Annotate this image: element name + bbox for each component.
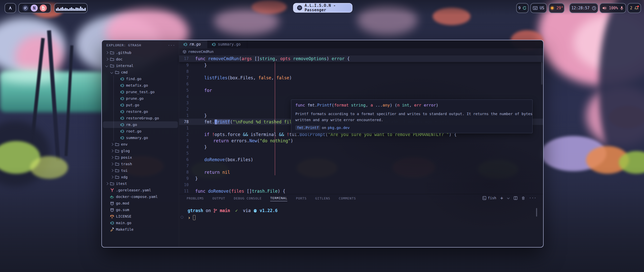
tree-item-cmd[interactable]: cmd bbox=[103, 69, 178, 76]
tree-item-label: root.go bbox=[126, 129, 141, 133]
code-line[interactable]: 8 bbox=[179, 68, 543, 75]
audio-widget[interactable]: 100% bbox=[599, 3, 626, 13]
tree-item-restore-go[interactable]: restore.go bbox=[103, 108, 178, 115]
tab-summary-go[interactable]: summary.go bbox=[208, 40, 247, 48]
tree-item-internal[interactable]: internal bbox=[103, 62, 178, 69]
updates-widget[interactable]: 9 bbox=[516, 3, 529, 13]
tree-item-doc[interactable]: doc bbox=[103, 56, 178, 62]
split-terminal-button[interactable] bbox=[514, 196, 517, 200]
panel-tab-terminal[interactable]: TERMINAL bbox=[270, 195, 287, 201]
code-token: ( bbox=[239, 56, 242, 61]
tree-item-main-go[interactable]: main.go bbox=[103, 220, 178, 226]
code-token: ( bbox=[230, 119, 232, 124]
documents-app-icon[interactable] bbox=[40, 5, 47, 12]
keyboard-layout-widget[interactable]: US bbox=[530, 3, 547, 13]
code-line[interactable]: 5for bbox=[179, 87, 543, 93]
code-token: (box.Files, bbox=[227, 75, 258, 80]
panel-tab-comments[interactable]: COMMENTS bbox=[339, 195, 356, 201]
code-line[interactable]: 9} bbox=[179, 175, 543, 182]
code-token bbox=[349, 103, 351, 108]
panel-tab-ports[interactable]: PORTS bbox=[296, 195, 307, 201]
panel-tab-output[interactable]: OUTPUT bbox=[212, 195, 225, 201]
go-icon bbox=[120, 90, 124, 94]
tree-item-go-sum[interactable]: go.sum bbox=[103, 207, 178, 213]
code-line[interactable]: 5 bbox=[179, 150, 543, 156]
tree-item--goreleaser-yaml[interactable]: .goreleaser.yaml bbox=[103, 187, 178, 193]
tree-item-env[interactable]: env bbox=[103, 141, 178, 148]
sticky-code-line[interactable]: 17func removeCmdRun(args []string, opts … bbox=[179, 55, 543, 62]
tree-item-prune-go[interactable]: prune.go bbox=[103, 95, 178, 102]
panel-tab-debug-console[interactable]: DEBUG CONSOLE bbox=[234, 195, 262, 201]
launcher-button[interactable] bbox=[5, 3, 16, 13]
tree-item-put-go[interactable]: put.go bbox=[103, 102, 178, 108]
go-icon bbox=[120, 103, 124, 107]
code-line[interactable]: 6doRemove(box.Files) bbox=[179, 156, 543, 163]
tree-item-restoregroup-go[interactable]: restoreGroup.go bbox=[103, 115, 178, 121]
code-line[interactable]: 7 bbox=[179, 163, 543, 169]
tab-rm-go[interactable]: rm.go bbox=[179, 40, 208, 48]
tree-item-posix[interactable]: posix bbox=[103, 154, 178, 161]
now-playing-widget[interactable]: A.L.I.S.O.N - Passenger bbox=[293, 3, 352, 13]
explorer-more-button[interactable]: ··· bbox=[168, 43, 175, 47]
code-token: func bbox=[195, 56, 208, 61]
kill-terminal-button[interactable] bbox=[521, 196, 525, 200]
weather-widget[interactable]: 29° bbox=[549, 3, 565, 13]
tree-item-label: xdg bbox=[121, 175, 128, 179]
panel-more-button[interactable]: ··· bbox=[529, 196, 537, 200]
line-number: 10 bbox=[179, 183, 193, 187]
volume-level: 100% bbox=[609, 6, 618, 10]
hover-pkg-link[interactable]: pkg.go.dev bbox=[328, 126, 350, 130]
code-line[interactable]: 9} bbox=[179, 62, 543, 68]
browser-app-icon[interactable] bbox=[22, 5, 29, 11]
tree-item-trash[interactable]: trash bbox=[103, 161, 178, 167]
code-line[interactable]: 11func doRemove(files []trash.File) { bbox=[179, 188, 543, 194]
code-line[interactable]: 6 bbox=[179, 81, 543, 87]
notifications-widget[interactable]: 2 bbox=[627, 3, 641, 13]
tree-item-root-go[interactable]: root.go bbox=[103, 128, 178, 134]
code-token: fmt. bbox=[204, 119, 215, 124]
tree-item-glog[interactable]: glog bbox=[103, 148, 178, 154]
panel-tab-problems[interactable]: PROBLEMS bbox=[187, 195, 204, 201]
editor-scrollbar[interactable] bbox=[541, 62, 543, 85]
code-line[interactable]: 4 bbox=[179, 93, 543, 100]
tree-item-itest[interactable]: itest bbox=[103, 180, 178, 187]
terminal-scrollbar[interactable] bbox=[536, 208, 537, 217]
tree-item-find-go[interactable]: find.go bbox=[103, 76, 178, 82]
code-token: files bbox=[231, 189, 244, 194]
tree-item-label: go.mod bbox=[116, 201, 129, 205]
tree-item-makefile[interactable]: Makefile bbox=[103, 226, 178, 233]
clock-widget[interactable]: 12:28:57 bbox=[569, 3, 598, 13]
code-line[interactable]: 4} bbox=[179, 144, 543, 150]
tree-item-prune-test-go[interactable]: prune_test.go bbox=[103, 89, 178, 95]
line-number: 7 bbox=[179, 76, 193, 80]
terminal-text: ✓ bbox=[235, 208, 238, 213]
docker-icon bbox=[110, 195, 114, 199]
code-line[interactable]: 10 bbox=[179, 182, 543, 188]
terminal-dropdown-chevron[interactable] bbox=[507, 197, 510, 199]
tree-item-summary-go[interactable]: summary.go bbox=[103, 134, 178, 141]
new-terminal-button[interactable]: + bbox=[500, 195, 503, 201]
code-token: error bbox=[424, 103, 436, 108]
tree-item--github[interactable]: .github bbox=[103, 49, 178, 56]
terminal-command-decoration[interactable] bbox=[181, 216, 183, 219]
terminal-prompt-line: gtrash on main ✓ via v1.22.6 bbox=[188, 207, 278, 214]
breadcrumb[interactable]: removeCmdRun bbox=[179, 48, 214, 55]
code-token: false bbox=[276, 75, 289, 80]
tree-item-docker-compose-yaml[interactable]: docker-compose.yaml bbox=[103, 193, 178, 200]
tree-item-license[interactable]: LICENSE bbox=[103, 213, 178, 220]
tree-item-go-mod[interactable]: go.mod bbox=[103, 200, 178, 207]
tree-item-metafix-go[interactable]: metafix.go bbox=[103, 82, 178, 89]
tree-item-tui[interactable]: tui bbox=[103, 167, 178, 174]
code-line[interactable]: 8return nil bbox=[179, 169, 543, 175]
shell-selector[interactable]: fish bbox=[482, 196, 496, 200]
hover-symbol-chip[interactable]: fmt.Printf bbox=[295, 125, 320, 130]
goreleaser-icon bbox=[110, 188, 114, 192]
tree-item-rm-go[interactable]: rm.go bbox=[103, 121, 178, 128]
panel-tab-gitlens[interactable]: GITLENS bbox=[315, 195, 330, 201]
speaker-icon bbox=[602, 6, 607, 10]
tree-item-xdg[interactable]: xdg bbox=[103, 174, 178, 180]
code-line[interactable]: 3return errors.New("do nothing") bbox=[179, 138, 543, 144]
code-text: func doRemove(files []trash.File) { bbox=[193, 189, 285, 194]
code-line[interactable]: 7listFiles(box.Files, false, false) bbox=[179, 75, 543, 81]
notes-app-icon[interactable]: N bbox=[31, 5, 38, 12]
